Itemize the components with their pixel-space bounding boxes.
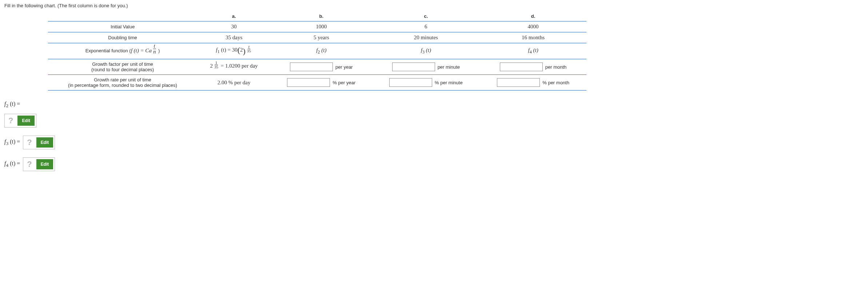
f2-rest: (t) = [8, 101, 20, 107]
gf-label-l1: Growth factor per unit of time [52, 61, 194, 67]
row-label-initial: Initial Value [48, 21, 197, 32]
edit-button-f3[interactable]: Edit [36, 137, 53, 148]
doubling-d: 16 months [480, 32, 586, 43]
gr-c-input[interactable] [389, 78, 432, 87]
gf-c-cell: per minute [372, 59, 480, 75]
row-exponential-function: Exponential function (f (t) = Catn ) f1 … [48, 43, 586, 59]
gf-a-num: 1 [215, 61, 218, 65]
gr-b-cell: % per year [271, 75, 372, 90]
gf-a-base: 2 [210, 63, 213, 69]
f2-edit-box[interactable]: ? Edit [4, 114, 36, 128]
gf-b-unit: per year [334, 64, 353, 70]
gf-d-unit: per month [544, 64, 567, 70]
expfn-a-den: 35 [246, 49, 252, 53]
chart-table: a. b. c. d. Initial Value 30 1000 6 4000… [48, 11, 586, 90]
column-header-row: a. b. c. d. [48, 11, 586, 21]
gf-b-input[interactable] [290, 63, 333, 71]
answer-f4: f4 (t) = ? Edit [4, 157, 864, 171]
col-a-header: a. [197, 11, 271, 21]
answer-f2: f2 (t) = ? Edit [4, 101, 864, 128]
edit-button-f2[interactable]: Edit [17, 116, 35, 126]
gf-d-input[interactable] [500, 63, 543, 71]
gf-c-unit: per minute [436, 64, 460, 70]
gr-c-unit: % per minute [433, 80, 463, 85]
gf-a: 2135 = 1.0200 per day [197, 59, 271, 75]
answer-f3: f3 (t) = ? Edit [4, 136, 864, 149]
gr-label-l2: (in percentage form, rounded to two deci… [52, 82, 194, 88]
gr-b-unit: % per year [331, 80, 355, 85]
gr-c-cell: % per minute [372, 75, 480, 90]
expfn-b-t: (t) [320, 47, 327, 53]
gr-b-input[interactable] [287, 78, 330, 87]
expfn-c: f3 (t) [372, 43, 480, 59]
initial-c: 6 [372, 21, 480, 32]
doubling-a: 35 days [197, 32, 271, 43]
row-label-growth-factor: Growth factor per unit of time (round to… [48, 59, 197, 75]
gf-a-den: 35 [214, 65, 219, 69]
row-label-growth-rate: Growth rate per unit of time (in percent… [48, 75, 197, 90]
row-label-doubling: Doubling time [48, 32, 197, 43]
doubling-c: 20 minutes [372, 32, 480, 43]
gr-d-cell: % per month [480, 75, 586, 90]
gr-d-unit: % per month [541, 80, 569, 85]
expfn-b: f2 (t) [271, 43, 372, 59]
instruction-text: Fill in the following chart. (The first … [4, 3, 864, 8]
question-mark-icon: ? [25, 138, 34, 147]
initial-d: 4000 [480, 21, 586, 32]
f4-label: f4 (t) = [4, 160, 20, 168]
gf-d-cell: per month [480, 59, 586, 75]
initial-a: 30 [197, 21, 271, 32]
gf-label-l2: (round to four decimal places) [52, 67, 194, 72]
col-b-header: b. [271, 11, 372, 21]
expfn-label-t: (t) = Ca [132, 48, 152, 53]
row-initial-value: Initial Value 30 1000 6 4000 [48, 21, 586, 32]
col-c-header: c. [372, 11, 480, 21]
expfn-label-prefix: Exponential function ( [85, 48, 131, 53]
row-growth-factor: Growth factor per unit of time (round to… [48, 59, 586, 75]
f4-rest: (t) = [8, 160, 20, 166]
gr-d-input[interactable] [497, 78, 540, 87]
doubling-b: 5 years [271, 32, 372, 43]
gf-a-eq: = 1.0200 per day [219, 63, 258, 69]
gr-label-l1: Growth rate per unit of time [52, 77, 194, 82]
initial-b: 1000 [271, 21, 372, 32]
expfn-c-t: (t) [425, 47, 431, 53]
f2-label: f2 (t) = [4, 101, 20, 109]
gr-a: 2.00 % per day [197, 75, 271, 90]
f3-edit-box[interactable]: ? Edit [23, 136, 55, 149]
expfn-d-t: (t) [532, 47, 538, 53]
row-growth-rate: Growth rate per unit of time (in percent… [48, 75, 586, 90]
f3-label: f3 (t) = [4, 138, 20, 146]
expfn-a-mid: (t) = 30 [220, 47, 238, 53]
question-mark-icon: ? [6, 116, 15, 125]
expfn-a-base: 2 [240, 47, 243, 53]
col-d-header: d. [480, 11, 586, 21]
f4-edit-box[interactable]: ? Edit [23, 157, 55, 171]
expfn-a: f1 (t) = 30(2)t35 [197, 43, 271, 59]
edit-button-f4[interactable]: Edit [36, 159, 53, 169]
gf-c-input[interactable] [392, 63, 435, 71]
f3-rest: (t) = [8, 138, 20, 145]
answers-section: f2 (t) = ? Edit f3 (t) = ? Edit f4 (t) =… [4, 101, 864, 171]
row-label-expfn: Exponential function (f (t) = Catn ) [48, 43, 197, 59]
gf-b-cell: per year [271, 59, 372, 75]
row-doubling-time: Doubling time 35 days 5 years 20 minutes… [48, 32, 586, 43]
question-mark-icon: ? [25, 160, 34, 169]
expfn-d: f4 (t) [480, 43, 586, 59]
expfn-label-suffix: ) [157, 48, 160, 53]
